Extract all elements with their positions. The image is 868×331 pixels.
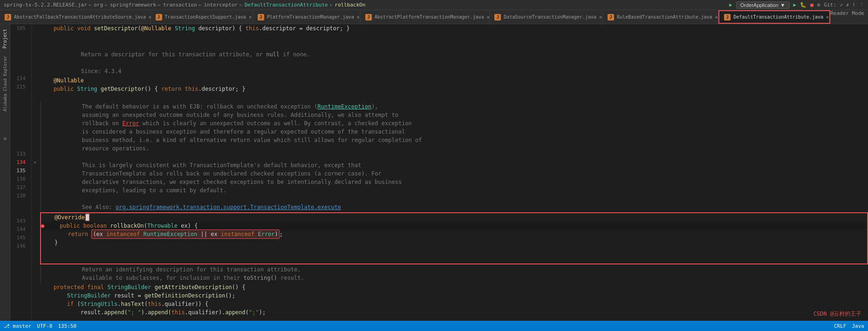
ln-143: 143 bbox=[10, 217, 28, 225]
close-tab-6[interactable]: ✕ bbox=[715, 14, 718, 20]
breadcrumb-sep3: ► bbox=[158, 2, 161, 8]
dropdown-icon: ▼ bbox=[780, 2, 786, 8]
code-line-146: result.append("; ").append(this.qualifie… bbox=[40, 308, 868, 317]
close-tab-2[interactable]: ✕ bbox=[249, 14, 252, 20]
tab-label-4: AbstractPlatformTransactionManager.java bbox=[375, 14, 484, 20]
tab-label-5: DataSourceTransactionManager.java bbox=[504, 14, 596, 20]
ln-144: 144 bbox=[10, 225, 28, 234]
code-line-135: return (ex instanceof RuntimeException |… bbox=[41, 230, 867, 238]
close-tab-5[interactable]: ✕ bbox=[599, 14, 602, 20]
debug-icon[interactable]: 🐛 bbox=[800, 2, 806, 8]
breadcrumb-sep2: ► bbox=[105, 2, 108, 8]
tab-abstractfallback[interactable]: J AbstractFallbackTransactionAttributeSo… bbox=[0, 10, 151, 24]
breadcrumb-jar: spring-tx-5.2.2.RELEASE.jar bbox=[4, 2, 87, 8]
breadcrumb-pkg1: org bbox=[94, 2, 103, 8]
fold-btn-134[interactable]: ▾ bbox=[32, 158, 38, 167]
code-line-105: public void setDescriptor(@Nullable Stri… bbox=[40, 24, 868, 33]
code-line-143: protected final StringBuilder getAttribu… bbox=[40, 283, 868, 291]
ln-135: 135 bbox=[10, 167, 28, 175]
doc-line-2-7 bbox=[55, 153, 868, 161]
doc-line-2-10: declarative transactions, we expect chec… bbox=[55, 178, 868, 186]
tab-abstractplatformtransactionmanager[interactable]: J AbstractPlatformTransactionManager.jav… bbox=[361, 10, 490, 24]
status-java: Java bbox=[852, 323, 865, 329]
doc-block-2: The default behavior is as with EJB: rol… bbox=[40, 101, 868, 212]
ln-136: 136 bbox=[10, 175, 28, 183]
status-bar: ⎇ master UTF-8 135:50 CRLF Java bbox=[0, 321, 868, 331]
code-line-134: ● public boolean rollbackOn(Throwable ex… bbox=[41, 222, 867, 230]
editor-content: public void setDescriptor(@Nullable Stri… bbox=[38, 24, 868, 321]
doc-spacer-3 bbox=[10, 200, 28, 217]
top-nav-bar: spring-tx-5.2.2.RELEASE.jar ► org ► spri… bbox=[0, 0, 868, 10]
close-tab-4[interactable]: ✕ bbox=[487, 14, 490, 20]
ln-blank3 bbox=[10, 91, 28, 100]
tab-label-6: RuleBasedTransactionAttribute.java bbox=[617, 14, 712, 20]
highlight-box: @Override█ ● public boolean rollbackOn(T… bbox=[40, 212, 868, 264]
tab-datasourcetransactionmanager[interactable]: J DataSourceTransactionManager.java ✕ bbox=[490, 10, 603, 24]
doc-line-2-13: See Also: org.springframework.transactio… bbox=[55, 203, 868, 211]
tab-platformtransactionmanager[interactable]: J PlatformTransactionManager.java ✕ bbox=[253, 10, 361, 24]
tab-label-7: DefaultTransactionAttribute.java bbox=[733, 14, 823, 20]
ln-134: 134 bbox=[10, 158, 28, 167]
ln-blank2 bbox=[10, 41, 28, 49]
ln-114: 114 bbox=[10, 74, 28, 83]
doc-line-2-4: is considered a business exception and t… bbox=[55, 128, 868, 136]
ln-145: 145 bbox=[10, 234, 28, 242]
breadcrumb: spring-tx-5.2.2.RELEASE.jar ► org ► spri… bbox=[4, 2, 729, 8]
fold-gutter: ▾ bbox=[32, 24, 38, 321]
doc-block-1: Return a descriptor for this transaction… bbox=[40, 49, 868, 76]
breakpoint-indicator: ● bbox=[41, 222, 44, 230]
run-app-button[interactable]: OrderApplication ▼ bbox=[736, 1, 790, 9]
doc-line-2-5: business method, i.e. a kind of alternat… bbox=[55, 136, 868, 144]
doc-line-2-12 bbox=[55, 195, 868, 203]
sidebar-project[interactable]: Project bbox=[1, 26, 8, 51]
settings-icon[interactable]: ⚙ bbox=[817, 2, 820, 8]
more-options-icon[interactable]: ⋮ bbox=[859, 2, 864, 8]
breadcrumb-method: rollbackOn bbox=[335, 2, 365, 8]
inline-highlight: (ex instanceof RuntimeException || ex in… bbox=[91, 230, 279, 239]
java-icon-6: J bbox=[608, 14, 614, 20]
doc-line-1-1: Return a descriptor for this transaction… bbox=[54, 50, 868, 59]
breadcrumb-pkg4: interceptor bbox=[204, 2, 238, 8]
java-icon-2: J bbox=[156, 14, 162, 20]
tab-defaulttransactionattribute[interactable]: J DefaultTransactionAttribute.java ✕ bbox=[718, 10, 830, 24]
top-bar-right: ▶ OrderApplication ▼ ▶ 🐛 ■ ⚙ Git: ✓ ✗ ! … bbox=[729, 1, 864, 9]
ln-146: 146 bbox=[10, 242, 28, 250]
tab-label-2: TransactionAspectSupport.java bbox=[165, 14, 246, 20]
tab-rulebasedtransactionattribute[interactable]: J RuleBasedTransactionAttribute.java ✕ bbox=[603, 10, 718, 24]
status-right: CRLF Java bbox=[834, 323, 864, 329]
status-line-col: 135:50 bbox=[58, 323, 76, 329]
java-icon-3: J bbox=[258, 14, 264, 20]
ln-115: 115 bbox=[10, 83, 28, 91]
close-tab-3[interactable]: ✕ bbox=[357, 14, 360, 20]
doc-line-2-6: resource operations. bbox=[55, 144, 868, 153]
git-status: ✓ ✗ ! bbox=[840, 2, 855, 8]
nav-icon-green: ▶ bbox=[729, 2, 732, 8]
breadcrumb-class: DefaultTransactionAttribute bbox=[245, 2, 328, 8]
code-line-106 bbox=[40, 33, 868, 41]
doc-line-1-3: Since: 4.3.4 bbox=[54, 67, 868, 75]
left-sidebar: Project Alibaba Cloud Explorer ⊙ bbox=[0, 24, 10, 321]
breadcrumb-sep4: ► bbox=[199, 2, 202, 8]
csdn-badge: CSDN @云村的王子 bbox=[811, 309, 864, 319]
code-line-145: if (StringUtils.hasText(this.qualifier))… bbox=[40, 300, 868, 308]
java-icon-5: J bbox=[494, 14, 501, 20]
close-tab-7[interactable]: ✕ bbox=[826, 14, 829, 20]
code-line-114: @Nullable bbox=[40, 76, 868, 85]
doc-line-2-1: The default behavior is as with EJB: rol… bbox=[55, 102, 868, 111]
ln-137: 137 bbox=[10, 183, 28, 192]
java-icon-1: J bbox=[5, 14, 11, 20]
tab-label-1: AbstractFallbackTransactionAttributeSour… bbox=[14, 14, 146, 20]
doc-line-2-8: This is largely consistent with Transact… bbox=[55, 161, 868, 169]
doc-spacer-2 bbox=[10, 100, 28, 150]
status-git: ⎇ master bbox=[4, 323, 31, 329]
breadcrumb-sep: ► bbox=[89, 2, 92, 8]
sidebar-alibaba[interactable]: Alibaba Cloud Explorer bbox=[2, 53, 8, 114]
reader-mode-label: Reader Mode bbox=[830, 10, 868, 24]
line-numbers: 105 114 115 133 134 135 136 137 138 143 … bbox=[10, 24, 32, 321]
tab-transactionaspectsupport[interactable]: J TransactionAspectSupport.java ✕ bbox=[151, 10, 253, 24]
ln-133: 133 bbox=[10, 150, 28, 158]
run-icon[interactable]: ▶ bbox=[793, 2, 797, 8]
stop-icon[interactable]: ■ bbox=[810, 2, 813, 8]
sidebar-extra[interactable]: ⊙ bbox=[1, 135, 8, 143]
java-icon-4: J bbox=[365, 14, 372, 20]
